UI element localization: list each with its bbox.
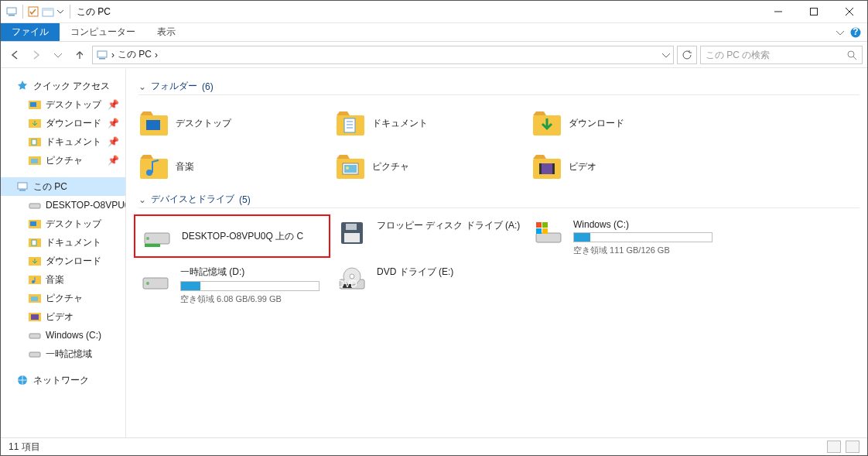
- drive-icon: [531, 219, 566, 247]
- sidebar-item-label: ビデオ: [46, 310, 73, 324]
- svg-rect-11: [97, 51, 107, 57]
- svg-point-59: [146, 237, 149, 240]
- sidebar-item-downloads[interactable]: ダウンロード📌: [1, 114, 125, 132]
- svg-rect-26: [30, 221, 36, 226]
- help-icon[interactable]: ?: [850, 27, 861, 38]
- drive-item[interactable]: 一時記憶域 (D:)空き領域 6.08 GB/6.99 GB: [134, 261, 330, 310]
- section-drives-header[interactable]: ⌄ デバイスとドライブ (5): [138, 193, 859, 208]
- pc-icon: [16, 180, 29, 193]
- sidebar-item-pictures[interactable]: ピクチャ: [1, 289, 125, 307]
- drive-capacity-bar: [180, 281, 320, 291]
- tab-file[interactable]: ファイル: [1, 23, 60, 41]
- sidebar-label: ネットワーク: [33, 374, 89, 387]
- svg-rect-12: [99, 58, 105, 60]
- sidebar-this-pc[interactable]: この PC: [1, 177, 125, 196]
- qat-newfolder-icon[interactable]: [42, 6, 54, 17]
- folder-item[interactable]: ドキュメント: [330, 101, 527, 145]
- sidebar-item-music[interactable]: 音楽: [1, 270, 125, 289]
- folder-icon: [29, 218, 41, 229]
- drive-capacity-bar: [573, 232, 713, 242]
- svg-rect-67: [542, 228, 548, 234]
- search-box[interactable]: [700, 46, 863, 64]
- drive-item[interactable]: DVDDVD ドライブ (E:): [330, 261, 527, 310]
- breadcrumb-sep[interactable]: ›: [155, 50, 158, 60]
- sidebar-item-desktop[interactable]: デスクトップ: [1, 214, 125, 233]
- drive-item[interactable]: フロッピー ディスク ドライブ (A:): [330, 214, 527, 261]
- svg-rect-55: [539, 163, 542, 174]
- svg-rect-16: [30, 102, 36, 107]
- up-button[interactable]: [70, 46, 89, 64]
- view-details-button[interactable]: [827, 441, 841, 453]
- section-folders-header[interactable]: ⌄ フォルダー (6): [138, 80, 859, 95]
- pin-icon: 📌: [108, 136, 119, 147]
- drive-item[interactable]: DESKTOP-O8VPU0Q 上の C: [134, 214, 330, 258]
- sidebar-network[interactable]: ネットワーク: [1, 371, 125, 389]
- ribbon-expand-icon[interactable]: [836, 29, 844, 36]
- sidebar-quick-access[interactable]: クイック アクセス: [1, 77, 125, 95]
- sidebar-item-tempdrive[interactable]: 一時記憶域: [1, 345, 125, 363]
- qat-properties-icon[interactable]: [28, 6, 39, 17]
- qat-dropdown-icon[interactable]: [57, 6, 63, 17]
- sidebar-item-cdrive[interactable]: Windows (C:): [1, 326, 125, 345]
- sidebar-item-label: Windows (C:): [46, 330, 101, 341]
- close-button[interactable]: [832, 1, 867, 23]
- star-icon: [16, 80, 29, 92]
- svg-point-13: [848, 51, 854, 57]
- drive-label: DESKTOP-O8VPU0Q 上の C: [182, 230, 324, 243]
- folder-item[interactable]: ビデオ: [527, 145, 723, 188]
- minimize-button[interactable]: [760, 1, 796, 23]
- folder-item[interactable]: ピクチャ: [330, 145, 527, 188]
- folder-item[interactable]: 音楽: [134, 145, 330, 188]
- svg-rect-42: [344, 118, 355, 132]
- tab-computer[interactable]: コンピューター: [60, 23, 146, 41]
- folder-item[interactable]: ダウンロード: [527, 101, 723, 145]
- sidebar-item-documents[interactable]: ドキュメント: [1, 233, 125, 252]
- sidebar-item-pictures[interactable]: ピクチャ📌: [1, 151, 125, 170]
- svg-rect-64: [536, 222, 542, 228]
- drive-icon: [335, 219, 369, 247]
- sidebar-item-label: ドキュメント: [46, 236, 101, 249]
- folder-label: デスクトップ: [176, 117, 231, 130]
- svg-rect-22: [18, 183, 27, 189]
- forward-button[interactable]: [27, 46, 46, 64]
- svg-rect-21: [31, 159, 38, 163]
- refresh-button[interactable]: [677, 46, 697, 64]
- folder-icon: [335, 108, 366, 139]
- svg-rect-40: [146, 120, 160, 130]
- network-icon: [16, 374, 29, 386]
- sidebar-item-videos[interactable]: ビデオ: [1, 307, 125, 326]
- search-input[interactable]: [706, 50, 846, 60]
- maximize-button[interactable]: [796, 1, 832, 23]
- view-large-button[interactable]: [846, 441, 859, 453]
- drive-label: Windows (C:): [573, 219, 719, 230]
- drive-item[interactable]: Windows (C:)空き領域 111 GB/126 GB: [527, 214, 723, 261]
- folder-icon: [29, 136, 41, 147]
- sidebar-item-desktop[interactable]: デスクトップ📌: [1, 95, 125, 114]
- breadcrumb-current[interactable]: この PC: [118, 48, 152, 61]
- sidebar-item-label: 音楽: [46, 273, 64, 286]
- sidebar-item-downloads[interactable]: ダウンロード: [1, 252, 125, 270]
- search-icon: [846, 50, 857, 60]
- recent-dropdown[interactable]: [49, 46, 67, 64]
- address-bar[interactable]: › この PC ›: [92, 46, 674, 64]
- drive-label: フロッピー ディスク ドライブ (A:): [377, 219, 522, 232]
- svg-point-48: [146, 170, 152, 176]
- chevron-down-icon: ⌄: [138, 81, 146, 92]
- svg-point-52: [346, 166, 349, 170]
- folder-item[interactable]: デスクトップ: [134, 101, 330, 145]
- back-button[interactable]: [5, 46, 24, 64]
- sidebar-item-label: DESKTOP-O8VPU0C: [46, 200, 126, 211]
- address-dropdown-icon[interactable]: [662, 51, 670, 59]
- svg-rect-61: [346, 224, 357, 230]
- tab-view[interactable]: 表示: [146, 23, 186, 41]
- breadcrumb-sep[interactable]: ›: [111, 50, 114, 60]
- folder-icon: [29, 255, 41, 266]
- chevron-down-icon: ⌄: [138, 194, 146, 205]
- ribbon: ファイル コンピューター 表示 ?: [1, 23, 867, 42]
- svg-rect-0: [7, 8, 16, 14]
- sidebar-item-documents[interactable]: ドキュメント📌: [1, 132, 125, 151]
- folder-label: 音楽: [176, 160, 194, 173]
- svg-rect-63: [536, 233, 561, 242]
- sidebar-item-netpc[interactable]: DESKTOP-O8VPU0C: [1, 196, 125, 214]
- pc-icon: [96, 49, 108, 61]
